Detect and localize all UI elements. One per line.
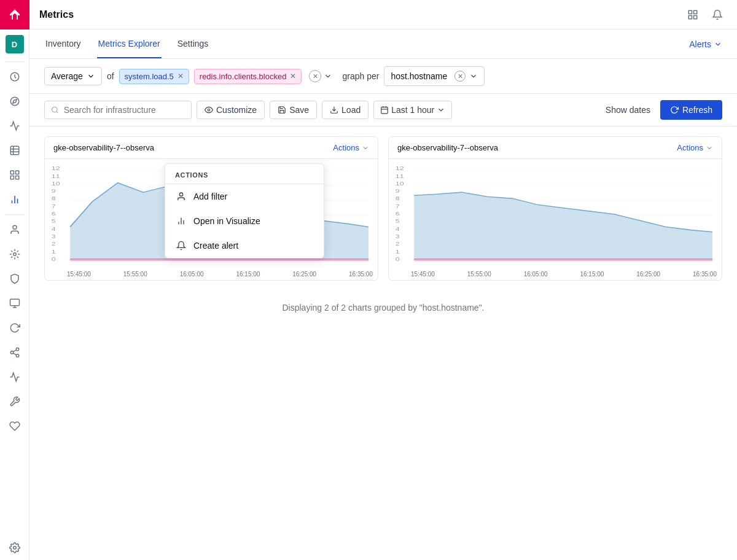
svg-text:10: 10: [396, 180, 404, 186]
metric-tag-redis[interactable]: redis.info.clients.blocked ✕: [194, 69, 302, 84]
svg-text:2: 2: [52, 241, 56, 247]
save-button[interactable]: Save: [270, 101, 317, 119]
svg-text:8: 8: [396, 195, 400, 201]
sidebar-icon-integrations[interactable]: [0, 242, 29, 266]
sidebar-icon-shield[interactable]: [0, 266, 29, 291]
svg-text:1: 1: [396, 248, 400, 254]
sidebar-icon-logs[interactable]: [0, 138, 29, 163]
show-dates-button[interactable]: Show dates: [601, 101, 655, 119]
svg-rect-8: [15, 171, 18, 174]
svg-text:8: 8: [52, 195, 56, 201]
tabs: Inventory Metrics Explorer Settings: [44, 29, 209, 58]
svg-rect-10: [10, 176, 14, 179]
settings-icon-btn[interactable]: [683, 5, 703, 25]
svg-text:3: 3: [396, 233, 400, 239]
svg-point-14: [13, 225, 17, 229]
svg-text:9: 9: [52, 188, 56, 194]
dropdown-item-open-visualize[interactable]: Open in Visualize: [165, 209, 324, 233]
refresh-button[interactable]: Refresh: [660, 100, 722, 120]
chevron-down-icon: [437, 106, 445, 114]
dropdown-item-create-alert[interactable]: Create alert: [165, 233, 324, 258]
tab-settings[interactable]: Settings: [176, 29, 210, 58]
tab-bar: Inventory Metrics Explorer Settings Aler…: [29, 29, 737, 59]
svg-point-24: [13, 546, 16, 550]
svg-line-30: [57, 111, 58, 112]
sidebar-icon-clock[interactable]: [0, 64, 29, 89]
sidebar-icon-tools[interactable]: [0, 389, 29, 414]
svg-text:7: 7: [52, 203, 56, 209]
sidebar-icon-health[interactable]: [0, 414, 29, 438]
sidebar-icon-apm[interactable]: [0, 114, 29, 138]
svg-point-19: [16, 348, 19, 351]
svg-rect-16: [10, 299, 19, 306]
dropdown-item-add-filter[interactable]: Add filter: [165, 184, 324, 209]
customize-button[interactable]: Customize: [197, 101, 265, 119]
sidebar-icon-settings[interactable]: [0, 535, 29, 560]
svg-point-1: [10, 97, 19, 106]
search-toolbar: Customize Save Load Last 1 hour Show dat…: [29, 94, 737, 126]
tab-inventory[interactable]: Inventory: [44, 29, 82, 58]
svg-marker-2: [12, 99, 16, 103]
sidebar-icon-dashboards[interactable]: [0, 163, 29, 187]
graph-per-label: graph per: [342, 71, 379, 81]
topbar: Metrics: [29, 0, 737, 29]
metrics-dropdown[interactable]: ✕: [309, 70, 332, 82]
svg-point-21: [16, 354, 19, 357]
svg-line-23: [13, 350, 16, 352]
sidebar-icon-refresh[interactable]: [0, 316, 29, 340]
actions-dropdown-menu: ACTIONS Add filter Open in Visualize Cre…: [165, 163, 324, 259]
svg-text:5: 5: [52, 218, 56, 224]
refresh-icon: [670, 106, 679, 114]
alerts-button[interactable]: Alerts: [689, 39, 722, 49]
bell-icon-btn[interactable]: [708, 5, 727, 25]
svg-text:4: 4: [52, 225, 56, 231]
sidebar-icon-metrics[interactable]: [0, 187, 29, 212]
metric-tag-system-load[interactable]: system.load.5 ✕: [119, 69, 189, 84]
main-content: Metrics Inventory Metrics Explorer Setti…: [29, 0, 737, 560]
user-avatar[interactable]: D: [6, 35, 24, 53]
sidebar-icon-network[interactable]: [0, 340, 29, 365]
svg-text:4: 4: [396, 225, 400, 231]
sidebar-icon-activity[interactable]: [0, 365, 29, 389]
svg-rect-27: [694, 15, 697, 18]
chart-card-2: gke-observability-7--observa Actions 12 …: [388, 136, 722, 281]
metric-remove-system-load[interactable]: ✕: [177, 72, 184, 80]
charts-container: gke-observability-7--observa Actions 12 …: [29, 126, 737, 290]
sidebar-icon-compass[interactable]: [0, 89, 29, 114]
svg-point-29: [52, 107, 57, 112]
search-input[interactable]: [64, 105, 185, 115]
chevron-down-icon-2: [706, 144, 713, 152]
metrics-expand-btn[interactable]: [324, 72, 332, 80]
chart-svg-2: 12 11 10 9 8 7 6 5 4 3 2 1 0: [394, 164, 717, 265]
aggregate-select[interactable]: Average: [44, 67, 102, 85]
svg-rect-33: [381, 107, 388, 114]
time-range-selector[interactable]: Last 1 hour: [373, 101, 452, 119]
charts-footer: Displaying 2 of 2 charts grouped by "hos…: [29, 290, 737, 325]
svg-rect-28: [688, 15, 692, 18]
host-select[interactable]: host.hostname ✕: [384, 66, 485, 86]
tab-metrics-explorer[interactable]: Metrics Explorer: [97, 29, 162, 58]
search-input-wrapper: [44, 101, 192, 119]
svg-marker-79: [414, 192, 712, 261]
charts-area: gke-observability-7--observa Actions 12 …: [29, 126, 737, 290]
load-button[interactable]: Load: [322, 101, 368, 119]
bar-chart-icon: [175, 215, 187, 227]
svg-rect-3: [10, 146, 19, 155]
host-clear-btn[interactable]: ✕: [454, 71, 466, 82]
metric-remove-redis[interactable]: ✕: [290, 72, 296, 80]
chart-header-2: gke-observability-7--observa Actions: [389, 137, 722, 159]
clear-metrics-btn[interactable]: ✕: [309, 70, 321, 82]
calendar-icon: [380, 106, 389, 114]
chart-title-1: gke-observability-7--observa: [53, 143, 154, 152]
svg-text:0: 0: [396, 255, 400, 262]
svg-text:0: 0: [52, 255, 56, 262]
svg-text:12: 12: [52, 165, 60, 171]
actions-button-2[interactable]: Actions: [677, 143, 713, 152]
sidebar-icon-monitor[interactable]: [0, 291, 29, 316]
svg-text:1: 1: [52, 248, 56, 254]
eye-icon: [205, 106, 213, 114]
filter-bar: Average of system.load.5 ✕ redis.info.cl…: [29, 59, 737, 94]
page-title: Metrics: [39, 9, 678, 20]
actions-button-1[interactable]: Actions: [333, 143, 369, 152]
sidebar-icon-people[interactable]: [0, 217, 29, 242]
